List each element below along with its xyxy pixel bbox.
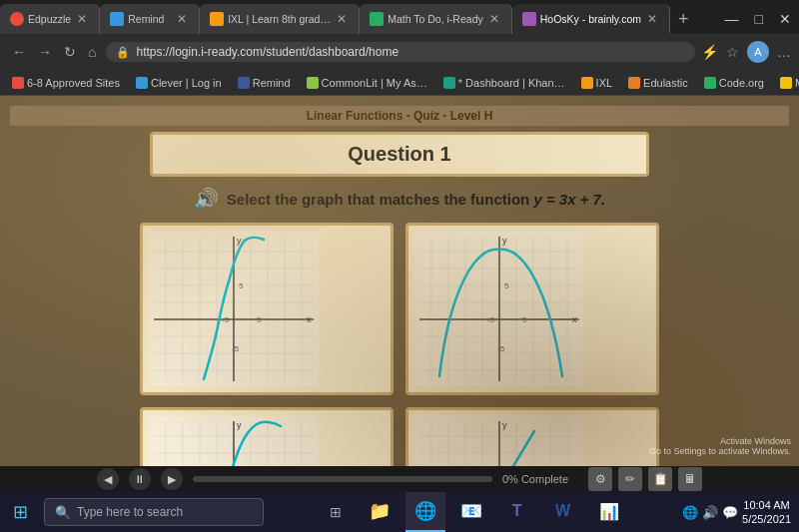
bookmark-label-6: IXL xyxy=(596,77,613,89)
close-browser-button[interactable]: ✕ xyxy=(771,4,799,34)
taskbar-sys-icons: 🌐 🔊 💬 xyxy=(682,505,738,520)
taskbar-search-icon: 🔍 xyxy=(55,505,71,520)
graph-option-a[interactable]: y x -5 5 5 -5 xyxy=(140,223,394,395)
graphs-grid: y x -5 5 5 -5 xyxy=(140,223,659,492)
quiz-header: Linear Functions - Quiz - Level H xyxy=(10,106,789,126)
favorites-button[interactable]: ☆ xyxy=(726,44,739,60)
svg-text:-5: -5 xyxy=(497,344,505,353)
bookmark-approved-sites[interactable]: 6-8 Approved Sites xyxy=(8,76,124,90)
bookmark-mitscratch[interactable]: MITScratch xyxy=(776,76,799,90)
bookmark-favicon-2 xyxy=(136,77,148,89)
question-text: Select the graph that matches the functi… xyxy=(227,191,605,208)
svg-text:y: y xyxy=(237,420,242,430)
question-box: Question 1 xyxy=(150,132,649,177)
progress-pencil-button[interactable]: ✏ xyxy=(618,467,642,491)
tab-ixl[interactable]: IXL | Learn 8th grade ma… ✕ xyxy=(200,4,360,34)
profile-button[interactable]: A xyxy=(747,41,769,63)
bookmark-codeorg[interactable]: Code.org xyxy=(700,76,768,90)
bookmark-label-9: MITScratch xyxy=(795,77,799,89)
tab-favicon-edpuzzle xyxy=(10,12,24,26)
bookmark-favicon-6 xyxy=(581,77,593,89)
back-button[interactable]: ← xyxy=(8,42,30,62)
taskbar-file-explorer[interactable]: 📁 xyxy=(360,492,400,532)
tab-favicon-hoosky xyxy=(522,12,536,26)
edge-icon: 🌐 xyxy=(414,500,436,522)
tab-mathdo[interactable]: Math To Do, i-Ready ✕ xyxy=(360,4,512,34)
svg-text:y: y xyxy=(502,420,507,430)
tab-hoosky[interactable]: HoOsKy - brainly.com ✕ xyxy=(512,4,670,34)
svg-text:x: x xyxy=(307,314,312,324)
bookmark-edulastic[interactable]: Edulastic xyxy=(624,76,692,90)
progress-label: 0% Complete xyxy=(502,473,568,485)
progress-pause-button[interactable]: ⏸ xyxy=(129,468,151,490)
taskbar-edge-browser[interactable]: 🌐 xyxy=(405,492,445,532)
tab-favicon-ixl xyxy=(210,12,224,26)
svg-text:y: y xyxy=(502,236,507,246)
taskbar-date: 5/25/2021 xyxy=(742,512,791,526)
speaker-icon[interactable]: 🔊 xyxy=(194,187,219,211)
taskbar-teams[interactable]: T xyxy=(497,492,537,532)
svg-text:x: x xyxy=(572,314,577,324)
bookmarks-bar: 6-8 Approved Sites Clever | Log in Remin… xyxy=(0,70,799,96)
tab-bar: Edpuzzle ✕ Remind ✕ IXL | Learn 8th grad… xyxy=(0,0,799,34)
bookmark-favicon-9 xyxy=(780,77,792,89)
address-bar: ← → ↻ ⌂ 🔒 https://login.i-ready.com/stud… xyxy=(0,34,799,70)
progress-back-button[interactable]: ◀ xyxy=(97,468,119,490)
bookmark-favicon-8 xyxy=(704,77,716,89)
bookmark-clever[interactable]: Clever | Log in xyxy=(132,76,226,90)
notification-icon[interactable]: 💬 xyxy=(722,505,738,520)
bookmark-ixl[interactable]: IXL xyxy=(577,76,617,90)
maximize-button[interactable]: □ xyxy=(747,4,771,34)
tab-close-edpuzzle[interactable]: ✕ xyxy=(75,10,89,28)
bookmark-commonlit[interactable]: CommonLit | My As… xyxy=(303,76,431,90)
graph-option-b[interactable]: y x -5 5 5 -5 xyxy=(405,223,659,395)
bookmark-favicon-1 xyxy=(12,77,24,89)
tab-remind[interactable]: Remind ✕ xyxy=(100,4,200,34)
bookmark-label-2: Clever | Log in xyxy=(151,77,222,89)
home-button[interactable]: ⌂ xyxy=(84,42,100,62)
word-icon: W xyxy=(555,502,570,520)
quiz-content: Linear Functions - Quiz - Level H Questi… xyxy=(0,96,799,492)
bookmark-label-3: Remind xyxy=(253,77,291,89)
bookmark-remind[interactable]: Remind xyxy=(234,76,295,90)
graph-svg-b: y x -5 5 5 -5 xyxy=(414,232,584,386)
file-explorer-icon: 📁 xyxy=(369,500,391,522)
taskbar-calculator[interactable]: 📊 xyxy=(589,492,629,532)
progress-clipboard-button[interactable]: 📋 xyxy=(648,467,672,491)
minimize-button[interactable]: — xyxy=(717,4,747,34)
volume-icon[interactable]: 🔊 xyxy=(702,505,718,520)
refresh-button[interactable]: ↻ xyxy=(60,42,80,62)
taskbar-time-display[interactable]: 10:04 AM 5/25/2021 xyxy=(742,498,791,527)
taskbar-search-box[interactable]: 🔍 Type here to search xyxy=(44,498,264,526)
taskbar-word[interactable]: W xyxy=(543,492,583,532)
graph-svg-a: y x -5 5 5 -5 xyxy=(149,232,319,386)
task-view-icon: ⊞ xyxy=(330,504,342,520)
taskbar-mail[interactable]: 📧 xyxy=(451,492,491,532)
bookmark-label-7: Edulastic xyxy=(643,77,688,89)
tab-title-hoosky: HoOsKy - brainly.com xyxy=(540,13,641,25)
windows-logo-icon: ⊞ xyxy=(13,501,28,523)
network-icon[interactable]: 🌐 xyxy=(682,505,698,520)
progress-calc-button[interactable]: 🖩 xyxy=(678,467,702,491)
bookmark-label-8: Code.org xyxy=(719,77,764,89)
bookmark-favicon-4 xyxy=(307,77,319,89)
progress-forward-button[interactable]: ▶ xyxy=(161,468,183,490)
start-button[interactable]: ⊞ xyxy=(0,492,40,532)
tab-close-remind[interactable]: ✕ xyxy=(175,10,189,28)
progress-settings-button[interactable]: ⚙ xyxy=(588,467,612,491)
tab-edpuzzle[interactable]: Edpuzzle ✕ xyxy=(0,4,100,34)
taskbar-view-button[interactable]: ⊞ xyxy=(318,494,354,530)
mail-icon: 📧 xyxy=(460,500,482,522)
bookmark-khan[interactable]: * Dashboard | Khan… xyxy=(439,76,569,90)
url-text: https://login.i-ready.com/student/dashbo… xyxy=(136,45,685,59)
forward-button[interactable]: → xyxy=(34,42,56,62)
settings-button[interactable]: … xyxy=(777,44,791,60)
svg-text:-5: -5 xyxy=(487,315,495,324)
tab-close-mathdo[interactable]: ✕ xyxy=(487,10,501,28)
extensions-button[interactable]: ⚡ xyxy=(701,44,718,60)
new-tab-button[interactable]: + xyxy=(670,9,697,30)
tab-close-hoosky[interactable]: ✕ xyxy=(645,10,659,28)
activate-windows-watermark: Activate WindowsGo to Settings to activa… xyxy=(649,436,791,456)
tab-close-ixl[interactable]: ✕ xyxy=(335,10,349,28)
url-bar[interactable]: 🔒 https://login.i-ready.com/student/dash… xyxy=(106,42,695,62)
